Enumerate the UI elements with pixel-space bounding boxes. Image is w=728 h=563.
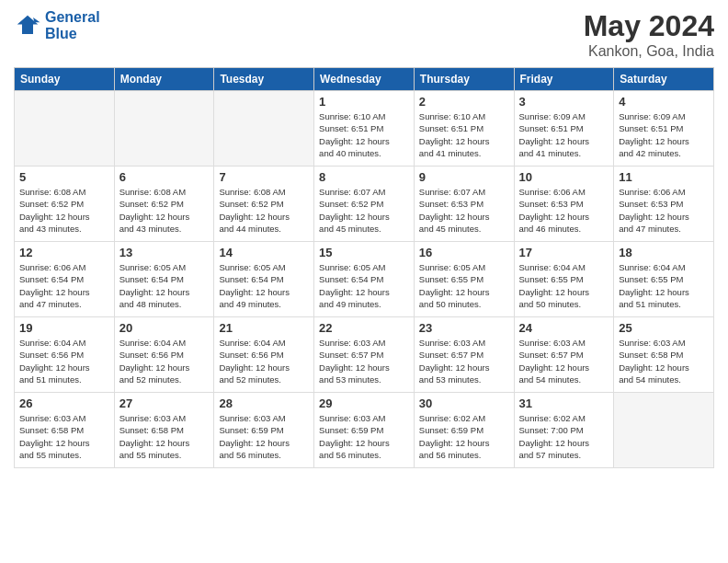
- day-info: Sunrise: 6:05 AMSunset: 6:54 PMDaylight:…: [219, 261, 309, 310]
- calendar-cell: 5Sunrise: 6:08 AMSunset: 6:52 PMDaylight…: [15, 167, 115, 242]
- calendar-week-row: 12Sunrise: 6:06 AMSunset: 6:54 PMDayligh…: [15, 242, 714, 317]
- day-info: Sunrise: 6:07 AMSunset: 6:53 PMDaylight:…: [419, 186, 509, 235]
- day-info: Sunrise: 6:05 AMSunset: 6:55 PMDaylight:…: [419, 261, 509, 310]
- calendar-cell: 1Sunrise: 6:10 AMSunset: 6:51 PMDaylight…: [314, 91, 415, 167]
- calendar-cell: 24Sunrise: 6:03 AMSunset: 6:57 PMDayligh…: [514, 317, 614, 393]
- day-number: 20: [119, 321, 210, 335]
- calendar-cell: 2Sunrise: 6:10 AMSunset: 6:51 PMDaylight…: [414, 91, 514, 167]
- day-info: Sunrise: 6:09 AMSunset: 6:51 PMDaylight:…: [619, 110, 709, 159]
- col-header-tuesday: Tuesday: [214, 68, 314, 91]
- calendar-cell: 17Sunrise: 6:04 AMSunset: 6:55 PMDayligh…: [514, 242, 614, 317]
- logo-text: General Blue: [45, 9, 100, 41]
- col-header-wednesday: Wednesday: [314, 68, 415, 91]
- day-info: Sunrise: 6:03 AMSunset: 6:57 PMDaylight:…: [519, 337, 609, 385]
- day-number: 15: [319, 246, 409, 259]
- title-area: May 2024 Kankon, Goa, India: [584, 9, 714, 60]
- calendar-week-row: 19Sunrise: 6:04 AMSunset: 6:56 PMDayligh…: [15, 317, 714, 393]
- calendar-cell: 30Sunrise: 6:02 AMSunset: 6:59 PMDayligh…: [414, 393, 514, 468]
- page-header: General Blue May 2024 Kankon, Goa, India: [14, 9, 714, 60]
- calendar-cell: 20Sunrise: 6:04 AMSunset: 6:56 PMDayligh…: [114, 317, 214, 393]
- calendar-cell: 23Sunrise: 6:03 AMSunset: 6:57 PMDayligh…: [414, 317, 514, 393]
- calendar-cell: 29Sunrise: 6:03 AMSunset: 6:59 PMDayligh…: [314, 393, 415, 468]
- calendar-header-row: SundayMondayTuesdayWednesdayThursdayFrid…: [15, 68, 714, 91]
- day-number: 8: [319, 170, 409, 184]
- logo-icon: [14, 12, 41, 40]
- page-container: General Blue May 2024 Kankon, Goa, India…: [0, 0, 728, 477]
- day-number: 24: [519, 321, 609, 335]
- location-subtitle: Kankon, Goa, India: [584, 43, 714, 60]
- day-number: 28: [219, 396, 309, 410]
- calendar-cell: 10Sunrise: 6:06 AMSunset: 6:53 PMDayligh…: [514, 167, 614, 242]
- day-info: Sunrise: 6:10 AMSunset: 6:51 PMDaylight:…: [419, 110, 509, 159]
- calendar-cell: 13Sunrise: 6:05 AMSunset: 6:54 PMDayligh…: [114, 242, 214, 317]
- day-number: 19: [19, 321, 109, 335]
- calendar-cell: 26Sunrise: 6:03 AMSunset: 6:58 PMDayligh…: [15, 393, 115, 468]
- day-info: Sunrise: 6:05 AMSunset: 6:54 PMDaylight:…: [319, 261, 409, 310]
- calendar-week-row: 1Sunrise: 6:10 AMSunset: 6:51 PMDaylight…: [15, 91, 714, 167]
- calendar-cell: [15, 91, 115, 167]
- day-info: Sunrise: 6:08 AMSunset: 6:52 PMDaylight:…: [19, 186, 109, 235]
- day-info: Sunrise: 6:06 AMSunset: 6:53 PMDaylight:…: [519, 186, 609, 235]
- day-info: Sunrise: 6:03 AMSunset: 6:58 PMDaylight:…: [19, 412, 109, 461]
- day-number: 25: [619, 321, 709, 335]
- day-info: Sunrise: 6:02 AMSunset: 6:59 PMDaylight:…: [419, 412, 509, 461]
- calendar-cell: 25Sunrise: 6:03 AMSunset: 6:58 PMDayligh…: [614, 317, 714, 393]
- calendar-cell: 4Sunrise: 6:09 AMSunset: 6:51 PMDaylight…: [614, 91, 714, 167]
- calendar-cell: 15Sunrise: 6:05 AMSunset: 6:54 PMDayligh…: [314, 242, 415, 317]
- day-number: 22: [319, 321, 409, 335]
- day-info: Sunrise: 6:02 AMSunset: 7:00 PMDaylight:…: [519, 412, 609, 461]
- day-number: 2: [419, 95, 509, 109]
- col-header-monday: Monday: [114, 68, 214, 91]
- day-number: 13: [119, 246, 210, 259]
- day-number: 10: [519, 170, 609, 184]
- month-year-title: May 2024: [584, 9, 714, 43]
- calendar-cell: 8Sunrise: 6:07 AMSunset: 6:52 PMDaylight…: [314, 167, 415, 242]
- col-header-sunday: Sunday: [15, 68, 115, 91]
- day-info: Sunrise: 6:08 AMSunset: 6:52 PMDaylight:…: [219, 186, 309, 235]
- calendar-cell: 7Sunrise: 6:08 AMSunset: 6:52 PMDaylight…: [214, 167, 314, 242]
- col-header-saturday: Saturday: [614, 68, 714, 91]
- day-info: Sunrise: 6:03 AMSunset: 6:59 PMDaylight:…: [319, 412, 409, 461]
- day-number: 3: [519, 95, 609, 109]
- calendar-cell: 22Sunrise: 6:03 AMSunset: 6:57 PMDayligh…: [314, 317, 415, 393]
- day-number: 23: [419, 321, 509, 335]
- day-info: Sunrise: 6:04 AMSunset: 6:56 PMDaylight:…: [19, 337, 109, 385]
- day-number: 30: [419, 396, 509, 410]
- day-info: Sunrise: 6:03 AMSunset: 6:58 PMDaylight:…: [619, 337, 709, 385]
- day-number: 18: [619, 246, 709, 259]
- calendar-cell: 16Sunrise: 6:05 AMSunset: 6:55 PMDayligh…: [414, 242, 514, 317]
- calendar-cell: 3Sunrise: 6:09 AMSunset: 6:51 PMDaylight…: [514, 91, 614, 167]
- day-number: 21: [219, 321, 309, 335]
- day-number: 4: [619, 95, 709, 109]
- calendar-cell: [114, 91, 214, 167]
- calendar-week-row: 5Sunrise: 6:08 AMSunset: 6:52 PMDaylight…: [15, 167, 714, 242]
- logo: General Blue: [14, 9, 100, 41]
- day-number: 26: [19, 396, 109, 410]
- day-number: 1: [319, 95, 409, 109]
- calendar-cell: 9Sunrise: 6:07 AMSunset: 6:53 PMDaylight…: [414, 167, 514, 242]
- day-info: Sunrise: 6:03 AMSunset: 6:59 PMDaylight:…: [219, 412, 309, 461]
- day-info: Sunrise: 6:10 AMSunset: 6:51 PMDaylight:…: [319, 110, 409, 159]
- day-info: Sunrise: 6:04 AMSunset: 6:56 PMDaylight:…: [119, 337, 210, 385]
- calendar-cell: 14Sunrise: 6:05 AMSunset: 6:54 PMDayligh…: [214, 242, 314, 317]
- calendar-cell: 12Sunrise: 6:06 AMSunset: 6:54 PMDayligh…: [15, 242, 115, 317]
- day-info: Sunrise: 6:04 AMSunset: 6:55 PMDaylight:…: [619, 261, 709, 310]
- day-number: 29: [319, 396, 409, 410]
- calendar-cell: 28Sunrise: 6:03 AMSunset: 6:59 PMDayligh…: [214, 393, 314, 468]
- day-info: Sunrise: 6:03 AMSunset: 6:58 PMDaylight:…: [119, 412, 210, 461]
- day-info: Sunrise: 6:04 AMSunset: 6:56 PMDaylight:…: [219, 337, 309, 385]
- col-header-friday: Friday: [514, 68, 614, 91]
- calendar-cell: 21Sunrise: 6:04 AMSunset: 6:56 PMDayligh…: [214, 317, 314, 393]
- calendar-cell: 18Sunrise: 6:04 AMSunset: 6:55 PMDayligh…: [614, 242, 714, 317]
- day-info: Sunrise: 6:05 AMSunset: 6:54 PMDaylight:…: [119, 261, 210, 310]
- day-info: Sunrise: 6:04 AMSunset: 6:55 PMDaylight:…: [519, 261, 609, 310]
- day-number: 9: [419, 170, 509, 184]
- day-info: Sunrise: 6:07 AMSunset: 6:52 PMDaylight:…: [319, 186, 409, 235]
- day-number: 17: [519, 246, 609, 259]
- calendar-cell: [214, 91, 314, 167]
- calendar-cell: [614, 393, 714, 468]
- day-number: 7: [219, 170, 309, 184]
- col-header-thursday: Thursday: [414, 68, 514, 91]
- calendar-cell: 19Sunrise: 6:04 AMSunset: 6:56 PMDayligh…: [15, 317, 115, 393]
- calendar-cell: 27Sunrise: 6:03 AMSunset: 6:58 PMDayligh…: [114, 393, 214, 468]
